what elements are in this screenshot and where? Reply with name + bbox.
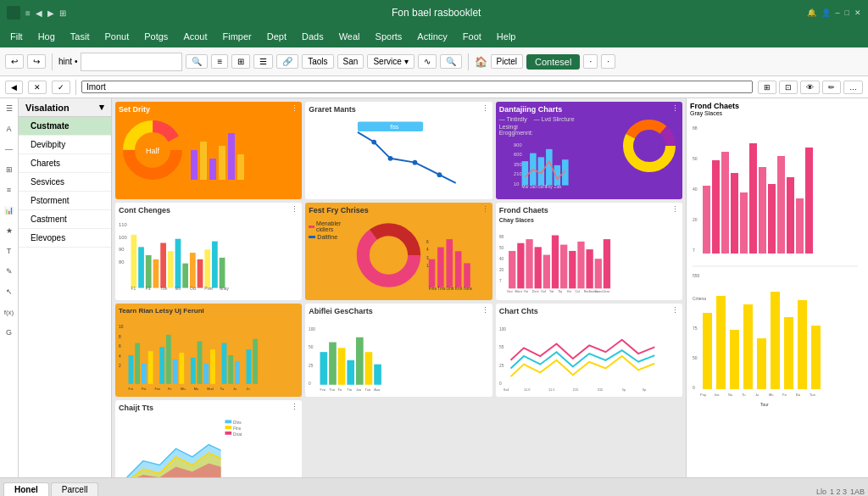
menu-tasit[interactable]: Tasit xyxy=(64,30,97,43)
sidebar-item-castment[interactable]: Castment xyxy=(19,210,111,229)
sidebar-item-custmate[interactable]: Custmate xyxy=(19,117,111,136)
menu-hog[interactable]: Hog xyxy=(31,30,62,43)
ribbon-table-btn[interactable]: ⊞ xyxy=(231,54,250,69)
dantajiing-donut-svg xyxy=(620,116,679,176)
svg-text:11.5: 11.5 xyxy=(548,389,555,393)
dantajiing-labels: Lesingi Eroggmennt: xyxy=(499,124,620,136)
svg-text:flss: flss xyxy=(391,124,400,130)
icon-bar-chart[interactable]: 📊 xyxy=(3,203,16,217)
svg-text:7: 7 xyxy=(693,248,695,253)
menu-sports[interactable]: Sports xyxy=(369,30,409,43)
svg-text:50: 50 xyxy=(499,246,504,250)
chart-title-dantajiing: Dantajiing Charts xyxy=(499,105,679,114)
ribbon-filter-btn[interactable]: ≡ xyxy=(211,54,228,69)
svg-rect-146 xyxy=(348,360,355,385)
ribbon-extra2[interactable]: · xyxy=(601,54,615,69)
sidebar-item-pstorment[interactable]: Pstorment xyxy=(19,192,111,210)
svg-rect-53 xyxy=(220,258,225,288)
ribbon-contest-btn[interactable]: Contesel xyxy=(526,54,580,70)
ribbon-extra1[interactable]: · xyxy=(583,54,598,69)
formula-cancel-btn[interactable]: ✕ xyxy=(28,81,47,94)
sidebar-item-sesvices[interactable]: Sesvices xyxy=(19,173,111,192)
svg-rect-127 xyxy=(247,349,252,384)
ribbon-search2-btn[interactable]: 🔍 xyxy=(440,54,462,69)
svg-text:Tms: Tms xyxy=(437,287,446,291)
menu-ponut[interactable]: Ponut xyxy=(97,30,136,43)
chart-menu-dantajiing[interactable]: ⋮ xyxy=(671,104,679,113)
icon-bar-a[interactable]: A xyxy=(3,122,16,136)
chart-menu-abiflei[interactable]: ⋮ xyxy=(481,306,489,315)
menu-potgs[interactable]: Potgs xyxy=(137,30,175,43)
svg-text:Jua: Jua xyxy=(356,389,362,393)
ribbon-search-btn[interactable]: 🔍 xyxy=(186,54,208,69)
svg-text:Fn: Fn xyxy=(168,388,172,392)
svg-text:Tu: Tu xyxy=(742,393,746,397)
chart-menu-chaijt[interactable]: ⋮ xyxy=(291,403,298,411)
ribbon-san-btn[interactable]: San xyxy=(337,54,364,69)
icon-bar-edit[interactable]: ✎ xyxy=(3,265,16,278)
ribbon-taols-btn[interactable]: Taols xyxy=(302,54,333,69)
ribbon-link-btn[interactable]: 🔗 xyxy=(276,54,298,69)
formula-dots-btn[interactable]: … xyxy=(843,81,863,94)
svg-rect-193 xyxy=(740,192,748,254)
icon-bar-layers[interactable]: ≡ xyxy=(3,183,16,197)
chart-menu-chart-chts[interactable]: ⋮ xyxy=(671,306,679,315)
icon-bar-g[interactable]: G xyxy=(3,326,16,339)
menu-fimper[interactable]: Fimper xyxy=(216,30,259,43)
dantajiing-legend: — Tintirdly — Lvd Slircture xyxy=(499,116,620,122)
svg-text:8: 8 xyxy=(119,335,121,339)
tab-parcell[interactable]: Parcell xyxy=(51,482,99,496)
menu-help[interactable]: Help xyxy=(490,30,523,43)
icon-bar-cursor[interactable]: ↖ xyxy=(3,285,16,298)
chart-title-fest-fry: Fest Fry Chrises xyxy=(309,206,488,215)
ribbon-redo[interactable]: ↪ xyxy=(27,54,46,69)
svg-rect-124 xyxy=(222,343,227,384)
ribbon-service-dropdown[interactable]: Service ▾ xyxy=(367,54,414,69)
formula-expand-btn[interactable]: ⊡ xyxy=(779,81,798,94)
ribbon-search-input[interactable] xyxy=(81,53,182,71)
icon-bar-star[interactable]: ★ xyxy=(3,224,16,237)
title-bar: ≡ ◀ ▶ ⊞ Fon bael rasbooklet 🔔 👤 – □ ✕ xyxy=(0,0,868,25)
menu-filt[interactable]: Filt xyxy=(3,30,30,43)
icon-bar-t[interactable]: T xyxy=(3,244,16,258)
menu-foot[interactable]: Foot xyxy=(456,30,488,43)
ribbon-pictel-btn[interactable]: Pictel xyxy=(491,54,523,69)
chart-menu-frond-chaets[interactable]: ⋮ xyxy=(671,205,679,214)
fest-fry-bars-svg: Fms Tms Omt Kmt Nms 1 3 4 6 xyxy=(425,217,489,293)
ribbon-undo[interactable]: ↩ xyxy=(5,54,24,69)
main-area: ☰ A — ⊞ ≡ 📊 ★ T ✎ ↖ f(x) G Visalation ▾ … xyxy=(0,98,868,477)
menu-actincy[interactable]: Actincy xyxy=(410,30,453,43)
icon-bar-dash[interactable]: — xyxy=(3,142,16,156)
icon-bar-menu[interactable]: ☰ xyxy=(3,102,16,115)
menu-weal[interactable]: Weal xyxy=(332,30,367,43)
chart-title-graret-mants: Graret Mants xyxy=(309,105,488,114)
formula-confirm-btn[interactable]: ✓ xyxy=(52,81,70,94)
sidebar-item-elevopes[interactable]: Elevopes xyxy=(19,229,111,248)
icon-bar-grid[interactable]: ⊞ xyxy=(3,163,16,176)
svg-text:Tun: Tun xyxy=(160,287,167,292)
svg-text:315: 315 xyxy=(597,389,602,393)
chart-menu-fest-fry[interactable]: ⋮ xyxy=(481,205,489,214)
formula-input[interactable] xyxy=(81,81,753,93)
menu-dept[interactable]: Dept xyxy=(260,30,293,43)
ribbon-list-btn[interactable]: ☰ xyxy=(253,54,273,69)
svg-text:Nnay: Nnay xyxy=(220,287,230,292)
formula-collapse-btn[interactable]: ◀ xyxy=(5,81,23,94)
formula-view-btn[interactable]: 👁 xyxy=(800,81,820,94)
chart-menu-set-drity[interactable]: ⋮ xyxy=(291,104,298,113)
svg-text:Tu: Tu xyxy=(220,388,224,392)
tab-honel[interactable]: Honel xyxy=(3,482,49,496)
chart-menu-graret-mants[interactable]: ⋮ xyxy=(481,104,489,113)
menu-acout[interactable]: Acout xyxy=(176,30,214,43)
sidebar-item-charets[interactable]: Charets xyxy=(19,154,111,173)
formula-copy-btn[interactable]: ⊞ xyxy=(758,81,776,94)
ribbon-wave-btn[interactable]: ∿ xyxy=(418,54,437,69)
svg-text:40: 40 xyxy=(499,257,504,261)
menu-dads[interactable]: Dads xyxy=(295,30,331,43)
icon-bar-fx[interactable]: f(x) xyxy=(3,305,16,319)
chart-menu-cont-chenges[interactable]: ⋮ xyxy=(291,205,298,214)
svg-rect-65 xyxy=(437,248,444,287)
sidebar-item-devibpity[interactable]: Devibpity xyxy=(19,136,111,154)
formula-edit-btn[interactable]: ✏ xyxy=(822,81,841,94)
svg-text:25: 25 xyxy=(309,364,314,368)
